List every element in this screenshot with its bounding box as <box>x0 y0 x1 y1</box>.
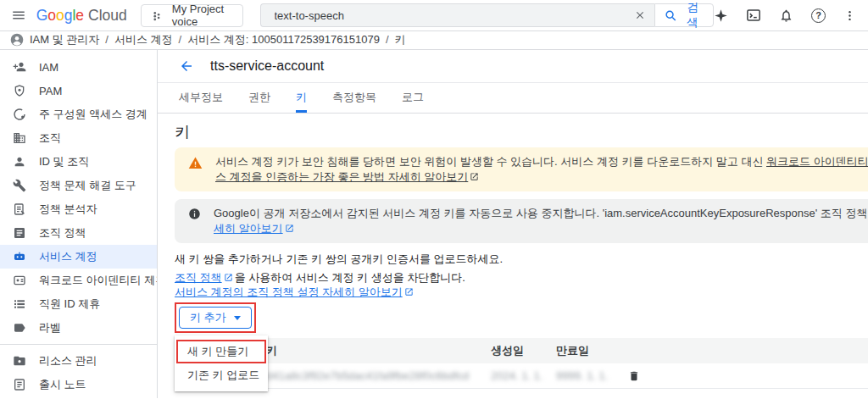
sidebar-item-policy-analyzer[interactable]: 정책 분석자 <box>0 197 157 221</box>
page-title: tts-service-account <box>210 58 324 74</box>
organization-icon <box>13 131 26 145</box>
add-key-button[interactable]: 키 추가 <box>179 307 252 329</box>
chevron-down-icon <box>234 316 241 320</box>
logo-letter: o <box>56 7 64 25</box>
search-field[interactable] <box>260 3 655 27</box>
sidebar-item-label: 주 구성원 액세스 경계 <box>39 107 147 122</box>
notifications-bell-icon[interactable] <box>779 8 793 23</box>
tab-bar: 세부정보 권한 키 측정항목 로그 <box>158 83 868 114</box>
sidebar-item-organization[interactable]: 조직 <box>0 126 157 150</box>
sidebar-divider <box>0 344 157 345</box>
warning-banner-text: 서비스 계정 키가 보안 침해를 당하면 보안 위험이 발생할 수 있습니다. … <box>215 154 868 185</box>
logo-letter: o <box>47 7 56 25</box>
google-cloud-logo[interactable]: Google Cloud <box>36 7 127 25</box>
breadcrumb-separator: / <box>179 33 182 46</box>
person-add-icon <box>13 60 26 74</box>
sidebar-item-label: 정책 문제 해결 도구 <box>39 178 136 193</box>
sidebar-item-label: 리소스 관리 <box>39 353 97 369</box>
external-link-icon <box>470 172 479 181</box>
logo-letter: G <box>36 7 48 25</box>
annotation-box-add-key: 키 추가 <box>175 302 256 333</box>
info-banner: Google이 공개 저장소에서 감지된 서비스 계정 키를 자동으로 사용 중… <box>175 199 868 243</box>
sidebar-item-label: PAM <box>39 85 62 97</box>
external-link-icon <box>285 224 294 233</box>
clear-search-icon[interactable] <box>634 9 646 21</box>
iam-avatar-icon <box>10 33 24 47</box>
org-policy-rest: 을 사용하여 서비스 계정 키 생성을 차단합니다. <box>235 271 465 284</box>
workload-identity-federation-link[interactable]: 워크로드 아이덴티티 제휴 <box>766 155 868 168</box>
sidebar-item-label: 서비스 계정 <box>39 249 97 264</box>
search-bar: 검색 <box>260 3 715 27</box>
sidebar-item-label: 정책 분석자 <box>39 202 97 217</box>
gemini-sparkle-icon[interactable] <box>714 8 728 23</box>
menu-item-upload-existing-key[interactable]: 기존 키 업로드 <box>177 364 265 386</box>
tab-permissions[interactable]: 권한 <box>248 83 270 113</box>
more-vert-icon[interactable] <box>843 9 856 22</box>
sidebar-item-access-boundary[interactable]: 주 구성원 액세스 경계 <box>0 103 157 126</box>
tab-metrics[interactable]: 측정항목 <box>332 83 376 113</box>
add-key-menu: 새 키 만들기 기존 키 업로드 <box>175 335 268 391</box>
breadcrumb-separator: / <box>105 33 108 46</box>
column-header-created: 생성일 <box>491 343 556 358</box>
project-icon <box>152 9 164 22</box>
sidebar-item-policy-troubleshooter[interactable]: 정책 문제 해결 도구 <box>0 174 157 197</box>
key-created-masked: 2024. 1. 1. <box>491 369 542 382</box>
search-input[interactable] <box>273 8 628 23</box>
breadcrumb-item[interactable]: 서비스 계정: 100501172539176151079 <box>187 32 380 47</box>
sidebar-item-release-notes[interactable]: 출시 노트 <box>0 373 157 396</box>
search-button-label: 검색 <box>682 0 704 30</box>
sidebar-item-label: 라벨 <box>39 320 61 335</box>
delete-key-icon[interactable] <box>628 370 640 382</box>
project-selector[interactable]: My Project voice <box>141 4 243 27</box>
sidebar-item-label: 워크로드 아이덴티티 제휴 <box>39 273 158 288</box>
warning-text: 서비스 계정 키가 보안 침해를 당하면 보안 위험이 발생할 수 있습니다. … <box>215 155 766 168</box>
key-expires-masked: 9999. 1. 1. <box>556 369 608 382</box>
back-arrow-icon[interactable] <box>179 58 194 74</box>
menu-item-create-new-key[interactable]: 새 키 만들기 <box>177 341 265 363</box>
sidebar-item-workload-identity[interactable]: 워크로드 아이덴티티 제휴 <box>0 269 157 292</box>
breadcrumb-item[interactable]: 서비스 계정 <box>114 32 173 47</box>
label-icon <box>13 321 26 335</box>
sidebar-item-workforce-identity[interactable]: 직원 ID 제휴 <box>0 292 157 316</box>
top-bar-icons: ? <box>714 8 860 23</box>
keys-content: 키 서비스 계정 키가 보안 침해를 당하면 보안 위험이 발생할 수 있습니다… <box>158 114 868 389</box>
key-id-masked: d41a8c3f92e7b5dac41fa9fbe28f0c6bdfcd <box>266 369 469 382</box>
warning-banner: 서비스 계정 키가 보안 침해를 당하면 보안 위험이 발생할 수 있습니다. … <box>175 147 868 191</box>
table-row: d41a8c3f92e7b5dac41fa9fbe28f0c6bdfcd 202… <box>175 363 868 389</box>
external-link-icon <box>404 287 414 296</box>
wrench-icon <box>13 179 26 192</box>
sidebar-item-label: 직원 ID 제휴 <box>39 296 100 312</box>
warning-triangle-icon <box>188 156 203 185</box>
logo-letter: g <box>64 7 73 25</box>
breadcrumb-item[interactable]: IAM 및 관리자 <box>30 32 99 47</box>
policy-analyzer-icon <box>13 202 26 216</box>
shield-icon <box>13 84 26 97</box>
sidebar-item-iam[interactable]: IAM <box>0 55 157 79</box>
info-banner-text: Google이 공개 저장소에서 감지된 서비스 계정 키를 자동으로 사용 중… <box>214 206 868 236</box>
org-policy-link[interactable]: 조직 정책 <box>175 271 222 284</box>
sidebar-item-service-accounts[interactable]: 서비스 계정 <box>0 245 157 269</box>
tab-details[interactable]: 세부정보 <box>179 83 223 113</box>
main-content: tts-service-account 세부정보 권한 키 측정항목 로그 키 … <box>158 50 868 398</box>
org-policy-note: 조직 정책을 사용하여 서비스 계정 키 생성을 차단합니다. 서비스 계정의 … <box>175 270 868 299</box>
resource-manager-icon <box>13 354 26 368</box>
tab-logs[interactable]: 로그 <box>402 83 424 113</box>
workforce-id-icon <box>13 297 26 311</box>
info-icon <box>188 208 201 236</box>
breadcrumb: IAM 및 관리자 / 서비스 계정 / 서비스 계정: 10050117253… <box>0 31 868 50</box>
sidebar-item-resource-manager[interactable]: 리소스 관리 <box>0 349 157 373</box>
help-icon[interactable]: ? <box>811 8 826 23</box>
sidebar-item-id-org[interactable]: ID 및 조직 <box>0 150 157 174</box>
sidebar-item-label: 조직 정책 <box>39 225 86 241</box>
search-icon <box>665 9 677 22</box>
cloud-shell-icon[interactable] <box>746 8 761 23</box>
workload-identity-icon <box>13 274 26 287</box>
search-button[interactable]: 검색 <box>654 3 714 27</box>
sidebar-item-labels[interactable]: 라벨 <box>0 316 157 340</box>
org-policy-learn-more-link[interactable]: 서비스 계정의 조직 정책 설정 자세히 알아보기 <box>175 285 403 298</box>
menu-icon[interactable] <box>10 4 28 26</box>
sidebar-item-pam[interactable]: PAM <box>0 79 157 103</box>
sidebar-item-org-policy[interactable]: 조직 정책 <box>0 221 157 245</box>
tab-keys[interactable]: 키 <box>296 83 307 113</box>
breadcrumb-item-current: 키 <box>395 32 406 47</box>
